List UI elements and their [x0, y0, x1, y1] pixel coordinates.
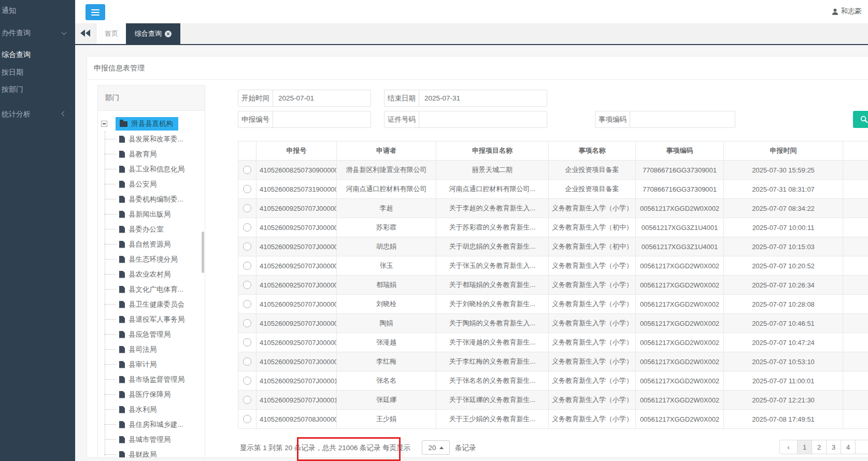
certificate-no-input[interactable]: [419, 111, 547, 127]
tree-item-department[interactable]: 县应急管理局: [98, 327, 205, 342]
row-radio[interactable]: [243, 377, 251, 385]
row-radio[interactable]: [243, 262, 251, 270]
tree-scrollbar[interactable]: [202, 232, 204, 273]
tree-item-department[interactable]: 县医疗保障局: [98, 387, 205, 402]
cell-item-code: 00561217XGG3Z1U4001: [636, 218, 724, 237]
row-radio[interactable]: [243, 357, 251, 366]
tree-item-department[interactable]: 县文化广电体育...: [98, 282, 205, 297]
cell-item-code: 00561217XGGD2W0X002: [636, 256, 724, 276]
pager-page-2[interactable]: 2: [812, 440, 827, 454]
cell-applicant: 张名名: [337, 371, 436, 391]
row-radio[interactable]: [243, 281, 251, 289]
tree-item-department[interactable]: 县生态环境分局: [98, 252, 205, 267]
radio-cell: [238, 161, 257, 180]
search-icon: [860, 116, 868, 123]
table-row[interactable]: 410526009250707J000011张廷娜关于张廷娜的义务教育新生...…: [238, 391, 868, 410]
tree-item-department[interactable]: 县新闻出版局: [98, 207, 205, 222]
table-row[interactable]: 4105260082507309000002滑县新区利捷置业有限公司丽景天城二期…: [238, 161, 868, 180]
tab-comprehensive-query[interactable]: 综合查询×: [126, 23, 180, 44]
pager-next-button[interactable]: [856, 440, 868, 454]
sidebar-item-notice[interactable]: 通知: [0, 3, 75, 18]
row-radio[interactable]: [243, 396, 251, 404]
table-row[interactable]: 410526009250707J000004张玉关于张玉的义务教育新生入...义…: [238, 256, 868, 276]
table-row[interactable]: 410526009250707J000007陶娟关于陶娟的义务教育新生入...义…: [238, 314, 868, 333]
tree-item-department[interactable]: 县市场监督管理局: [98, 372, 205, 387]
sidebar-item-case-query[interactable]: 办件查询: [0, 25, 75, 40]
row-radio[interactable]: [243, 300, 251, 308]
row-radio[interactable]: [243, 185, 251, 193]
cell-item-name: 义务教育新生入学（初中）: [549, 237, 636, 256]
cell-declare-no: 410526009250707J000001: [257, 199, 337, 218]
cell-applicant: 李超: [337, 199, 436, 218]
cell-applicant: 胡忠娟: [337, 237, 436, 256]
tree-item-department[interactable]: 县审计局: [98, 357, 205, 372]
tree-item-department[interactable]: 县住房和城乡建...: [98, 417, 205, 432]
tree-item-department[interactable]: 县委机构编制委...: [98, 192, 205, 207]
user-menu[interactable]: 和志豪: [832, 7, 862, 16]
tree-item-department[interactable]: 县发展和改革委...: [98, 132, 205, 147]
page-size-select[interactable]: 20: [422, 440, 450, 455]
collapse-minus-icon[interactable]: [101, 121, 107, 127]
table-row[interactable]: 410526009250707J000006刘晓栓关于刘晓栓的义务教育新生...…: [238, 295, 868, 314]
table-row[interactable]: 410526009250707J000009李红梅关于李红梅的义务教育新生...…: [238, 352, 868, 371]
tree-item-department[interactable]: 县委办公室: [98, 222, 205, 237]
row-radio[interactable]: [243, 204, 251, 212]
row-radio[interactable]: [243, 166, 251, 174]
table-row[interactable]: 4105260082507319000001河南点通口腔材料有限公司河南点通口腔…: [238, 180, 868, 199]
table-row[interactable]: 410526009250707J000003胡忠娟关于胡忠娟的义务教育新生...…: [238, 237, 868, 256]
table-row[interactable]: 410526009250707J000002苏彩霞关于苏彩霞的义务教育新生...…: [238, 218, 868, 237]
sidebar-item-statistics[interactable]: 统计分析: [0, 106, 75, 122]
tree-item-department[interactable]: 县退役军人事务局: [98, 312, 205, 327]
cell-declare-time: 2025-07-07 10:46:51: [724, 314, 843, 333]
row-radio[interactable]: [243, 415, 251, 423]
certificate-no-group: 证件号码: [384, 111, 547, 128]
cell-item-name: 义务教育新生入学（初中）: [549, 218, 636, 237]
pager-page-4[interactable]: 4: [841, 440, 856, 454]
end-date-input[interactable]: [419, 90, 547, 106]
row-radio[interactable]: [243, 242, 251, 251]
hamburger-menu-icon[interactable]: [86, 4, 105, 20]
pager-prev-button[interactable]: ‹: [779, 440, 798, 454]
rewind-tabs-icon[interactable]: [80, 30, 93, 38]
start-time-input[interactable]: [273, 90, 371, 106]
tree-item-department[interactable]: 县司法局: [98, 342, 205, 357]
table-row[interactable]: 410526009250707J000005都瑞娟关于都瑞娟的义务教育新生...…: [238, 276, 868, 295]
tab-home[interactable]: 首页: [96, 23, 127, 44]
table-row[interactable]: 410526009250707J000010张名名关于张名名的义务教育新生...…: [238, 371, 868, 391]
tree-item-department[interactable]: 县城市管理局: [98, 432, 205, 447]
pager-page-1[interactable]: 1: [798, 440, 812, 454]
sidebar-item-comprehensive-query[interactable]: 综合查询: [0, 47, 75, 62]
search-button[interactable]: [853, 111, 868, 128]
tree-item-department[interactable]: 县卫生健康委员会: [98, 297, 205, 312]
page-title: 申报信息表管理: [94, 64, 145, 73]
item-code-input[interactable]: [630, 111, 735, 127]
cell-project-name: 关于张漫越的义务教育新生...: [436, 333, 549, 352]
table-row[interactable]: 410526009250707J000008张漫越关于张漫越的义务教育新生...…: [238, 333, 868, 352]
row-radio[interactable]: [243, 223, 251, 232]
file-icon: [119, 421, 125, 428]
cell-item-code: 770866716GG37309001: [636, 180, 724, 199]
cell-declare-no: 410526009250707J000003: [257, 237, 337, 256]
sidebar-item-by-department[interactable]: 按部门: [0, 81, 75, 97]
tree-item-department[interactable]: 县水利局: [98, 402, 205, 417]
tree-item-department[interactable]: 县农业农村局: [98, 267, 205, 282]
tree-item-department[interactable]: 县自然资源局: [98, 237, 205, 252]
pager-page-3[interactable]: 3: [827, 440, 841, 454]
cell-item-code: 00561217XGGD2W0X002: [636, 333, 724, 352]
tree-root-node[interactable]: 滑县县直机构: [98, 117, 178, 131]
tree-item-department[interactable]: 县财政局: [98, 447, 205, 458]
row-radio[interactable]: [243, 338, 251, 347]
table-row[interactable]: 410526009250707J000001李超关于李超的义务教育新生入...义…: [238, 199, 868, 218]
declare-no-input[interactable]: [273, 111, 371, 127]
tree-item-department[interactable]: 县工业和信息化局: [98, 162, 205, 177]
end-date-group: 结束日期: [384, 90, 547, 107]
close-tab-icon[interactable]: ×: [165, 31, 172, 37]
tree-item-department[interactable]: 县教育局: [98, 147, 205, 162]
radio-cell: [238, 237, 257, 256]
sidebar-item-by-date[interactable]: 按日期: [0, 64, 75, 80]
tree-item-department[interactable]: 县公安局: [98, 177, 205, 192]
table-row[interactable]: 410526009250708J000001王少娟关于王少娟的义务教育新生...…: [238, 410, 868, 429]
row-radio[interactable]: [243, 319, 251, 327]
column-header: 申报号: [257, 141, 337, 161]
cell-declare-no: 4105260082507309000002: [257, 161, 337, 180]
